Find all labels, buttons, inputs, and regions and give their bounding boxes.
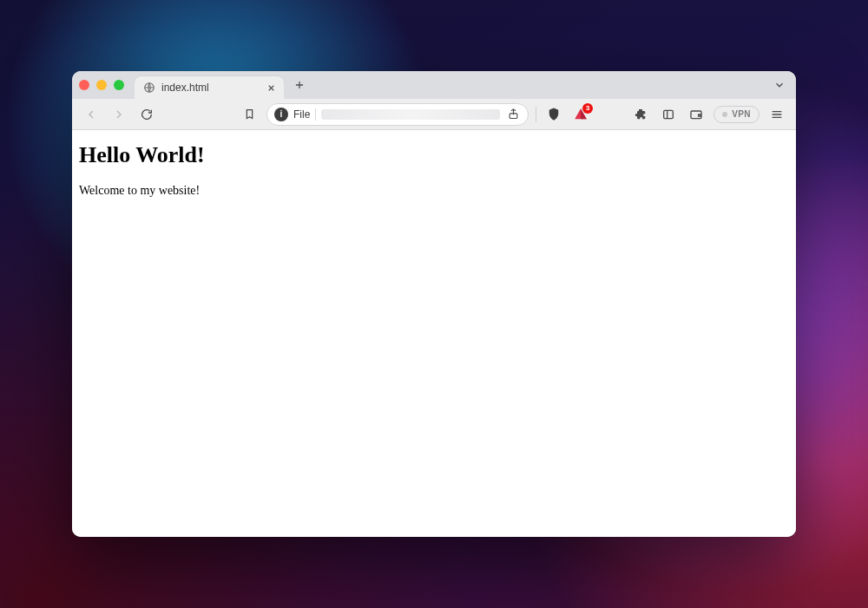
sidebar-toggle-button[interactable] <box>658 104 679 125</box>
wallet-button[interactable] <box>686 104 707 125</box>
vpn-label: VPN <box>732 109 751 119</box>
back-button[interactable] <box>81 104 102 125</box>
vpn-status-dot <box>722 112 727 117</box>
desktop-wallpaper: index.html <box>0 0 868 608</box>
site-info-icon[interactable]: i <box>274 108 288 121</box>
tab-overflow-button[interactable] <box>770 75 789 95</box>
page-paragraph: Welcome to my website! <box>79 184 789 198</box>
address-separator <box>315 108 316 121</box>
reload-button[interactable] <box>136 104 157 125</box>
brave-shields-button[interactable] <box>543 104 564 125</box>
address-bar[interactable]: i File <box>266 103 529 126</box>
tab-close-button[interactable] <box>265 82 277 94</box>
new-tab-button[interactable] <box>289 75 310 95</box>
svg-rect-2 <box>664 110 674 118</box>
url-path-blurred <box>321 109 500 120</box>
window-zoom-button[interactable] <box>114 80 124 90</box>
rewards-badge-count: 3 <box>582 103 593 114</box>
extensions-button[interactable] <box>630 104 651 125</box>
forward-button[interactable] <box>108 104 129 125</box>
app-menu-button[interactable] <box>766 104 787 125</box>
window-controls <box>79 80 124 90</box>
brave-rewards-button[interactable]: 3 <box>571 105 590 124</box>
toolbar-divider <box>536 107 536 122</box>
window-minimize-button[interactable] <box>96 80 107 90</box>
tab-strip: index.html <box>72 71 796 99</box>
globe-icon <box>143 82 155 94</box>
toolbar: i File 3 <box>72 99 796 130</box>
window-close-button[interactable] <box>79 80 89 90</box>
browser-window: index.html <box>72 71 796 537</box>
vpn-button[interactable]: VPN <box>713 106 760 123</box>
bookmark-button[interactable] <box>239 104 260 125</box>
tab-title: index.html <box>161 82 259 94</box>
page-heading: Hello World! <box>79 142 789 168</box>
page-viewport: Hello World! Welcome to my website! <box>72 130 796 537</box>
share-icon[interactable] <box>505 107 521 122</box>
browser-tab-active[interactable]: index.html <box>135 76 284 99</box>
url-scheme-label: File <box>293 108 310 121</box>
